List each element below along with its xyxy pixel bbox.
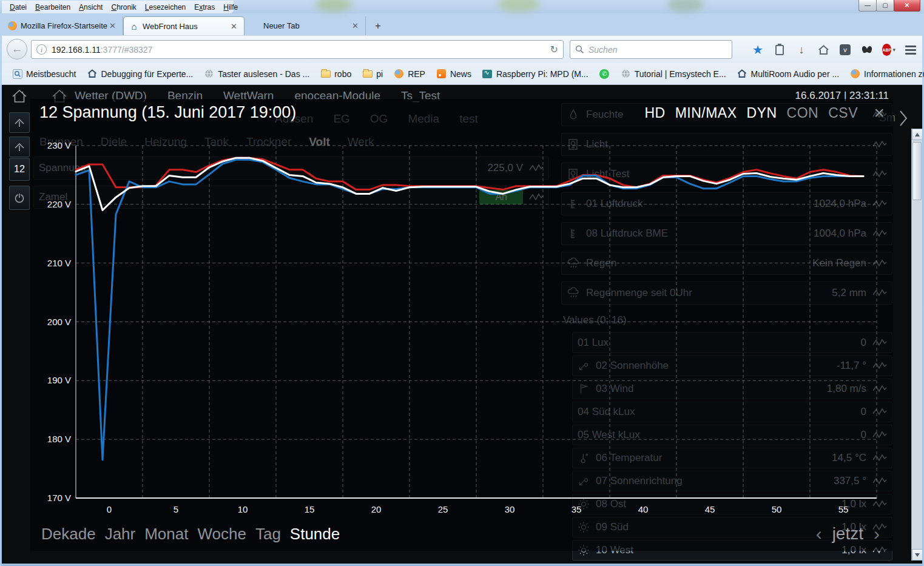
- bookmark-item[interactable]: Tutorial | Emsystech E...: [616, 67, 730, 81]
- url-bar[interactable]: i 192.168.1.11:3777/#38327 ↻: [31, 40, 564, 59]
- menu-item-lesezeichen[interactable]: Lesezeichen: [141, 2, 190, 13]
- maximize-button[interactable]: ▢: [876, 0, 894, 12]
- tab-close-icon[interactable]: ✕: [108, 21, 117, 30]
- minimize-button[interactable]: —: [858, 0, 877, 12]
- browser-tab[interactable]: Mozilla Firefox-Startseite✕: [2, 16, 123, 35]
- range-button-dekade[interactable]: Dekade: [41, 525, 96, 544]
- adblock-icon[interactable]: ABP▾: [882, 43, 895, 56]
- next-period-icon[interactable]: ›: [874, 525, 880, 543]
- bookmark-label: REP: [408, 69, 425, 79]
- chart-axis-label: 30: [505, 504, 515, 514]
- range-button-monat[interactable]: Monat: [144, 525, 188, 544]
- reload-icon[interactable]: ↻: [550, 44, 558, 55]
- wave-icon: [482, 69, 493, 79]
- sidebar-up-button[interactable]: [9, 112, 30, 133]
- bookmark-item[interactable]: ✆: [595, 67, 614, 81]
- menu-hamburger-icon[interactable]: [904, 43, 917, 56]
- bookmark-item[interactable]: Taster auslesen - Das ...: [200, 67, 314, 81]
- sidebar-power-button[interactable]: [9, 186, 30, 210]
- site-info-icon[interactable]: i: [36, 44, 47, 55]
- chart-button-csv[interactable]: CSV: [828, 105, 858, 121]
- chart-range-buttons: DekadeJahrMonatWocheTagStunde: [41, 525, 340, 544]
- chart-button-con[interactable]: CON: [787, 105, 819, 121]
- search-placeholder: Suchen: [588, 45, 617, 55]
- bookmark-label: Taster auslesen - Das ...: [218, 69, 309, 79]
- dialog-close-icon[interactable]: ×: [874, 104, 885, 122]
- folder-icon: [362, 69, 373, 79]
- chart-axis-label: 180 V: [47, 434, 71, 444]
- sidebar-up-button[interactable]: [9, 136, 30, 157]
- chart-axis-label: 0: [107, 504, 112, 514]
- bookmark-label: MultiRoom Audio per ...: [751, 69, 840, 79]
- tabstrip-next-icon[interactable]: [898, 108, 909, 129]
- page-scrollbar[interactable]: [911, 129, 922, 561]
- menu-item-hilfe[interactable]: Hilfe: [219, 2, 242, 13]
- voltage-line-chart[interactable]: 230 V220 V210 V200 V190 V180 V170 V05101…: [30, 99, 893, 551]
- back-button[interactable]: ←: [7, 39, 27, 59]
- bookmark-item[interactable]: News: [432, 67, 476, 81]
- menu-item-ansicht[interactable]: Ansicht: [75, 2, 107, 13]
- bookmark-label: Debugging für Experte...: [101, 69, 193, 79]
- menu-item-extras[interactable]: Extras: [190, 2, 219, 13]
- desktop-glare: [667, 0, 704, 12]
- sidebar-item-12[interactable]: 12: [9, 158, 30, 181]
- chart-axis-label: 50: [772, 504, 782, 514]
- home-icon: [737, 69, 747, 79]
- bookmark-item[interactable]: Debugging für Experte...: [83, 67, 197, 81]
- bookmark-star-icon[interactable]: ★: [751, 43, 764, 56]
- addon-moth-icon[interactable]: [860, 43, 874, 56]
- scrollbar-thumb[interactable]: [912, 142, 922, 200]
- now-button[interactable]: jetzt: [832, 524, 863, 544]
- home-icon: [87, 69, 97, 79]
- chart-axis-label: 20: [371, 504, 382, 514]
- bookmark-item[interactable]: Meistbesucht: [8, 67, 80, 81]
- tab-close-icon[interactable]: ✕: [229, 22, 238, 31]
- bookmark-item[interactable]: REP: [389, 67, 430, 81]
- chart-line-series-blue: [76, 160, 863, 460]
- bookmark-item[interactable]: pi: [358, 67, 387, 81]
- chart-time-nav: ‹ jetzt ›: [816, 524, 880, 544]
- reading-list-icon[interactable]: [773, 43, 786, 56]
- range-button-tag[interactable]: Tag: [255, 525, 281, 544]
- globe-icon: [621, 69, 631, 79]
- menu-item-datei[interactable]: Datei: [5, 2, 31, 13]
- chart-axis-label: 40: [638, 504, 649, 514]
- bookmark-item[interactable]: Raspberry Pi: MPD (M...: [478, 67, 593, 81]
- bookmark-label: Tutorial | Emsystech E...: [635, 69, 726, 79]
- chart-axis-label: 230 V: [47, 140, 71, 150]
- firefox-icon: [7, 21, 17, 31]
- range-button-jahr[interactable]: Jahr: [105, 525, 136, 544]
- webfront-page: Wetter (DWD)BenzinWettWarnenocean-Module…: [2, 85, 922, 564]
- chart-button-dyn[interactable]: DYN: [747, 105, 777, 121]
- menu-bar: DateiBearbeitenAnsichtChronikLesezeichen…: [2, 1, 234, 13]
- chart-axis-label: 220 V: [47, 199, 71, 209]
- chart-axis-label: 35: [572, 504, 582, 514]
- chart-button-min-max[interactable]: MIN/MAX: [675, 105, 737, 121]
- home-icon[interactable]: [817, 43, 830, 56]
- menu-item-bearbeiten[interactable]: Bearbeiten: [31, 2, 75, 13]
- bookmark-label: News: [450, 69, 471, 79]
- tab-title: WebFront Haus: [143, 22, 229, 31]
- bookmark-item[interactable]: MultiRoom Audio per ...: [733, 67, 844, 81]
- scroll-up-icon[interactable]: [912, 129, 922, 140]
- browser-tab[interactable]: Neuer Tab✕: [244, 16, 366, 35]
- prev-period-icon[interactable]: ‹: [816, 525, 822, 543]
- bookmark-item[interactable]: Informationen zur Feh...: [846, 67, 924, 81]
- range-button-stunde[interactable]: Stunde: [290, 525, 340, 544]
- pocket-icon[interactable]: v: [838, 43, 852, 56]
- none-icon: [250, 21, 260, 31]
- range-button-woche[interactable]: Woche: [197, 525, 246, 544]
- sidebar-home-icon[interactable]: [10, 89, 29, 104]
- new-tab-button[interactable]: +: [369, 19, 386, 33]
- chart-button-hd[interactable]: HD: [644, 105, 665, 121]
- downloads-icon[interactable]: ↓: [795, 43, 808, 56]
- search-bar[interactable]: Suchen: [570, 40, 732, 59]
- navigation-toolbar: ← i 192.168.1.11:3777/#38327 ↻ Suchen ★ …: [2, 35, 922, 63]
- scroll-down-icon[interactable]: [912, 549, 922, 561]
- bookmark-item[interactable]: robo: [316, 67, 356, 81]
- tab-close-icon[interactable]: ✕: [351, 21, 360, 30]
- browser-tab[interactable]: ⌂WebFront Haus✕: [123, 16, 244, 35]
- whatsapp-icon: ✆: [599, 69, 610, 79]
- close-button[interactable]: ✕: [894, 0, 920, 12]
- menu-item-chronik[interactable]: Chronik: [107, 2, 140, 13]
